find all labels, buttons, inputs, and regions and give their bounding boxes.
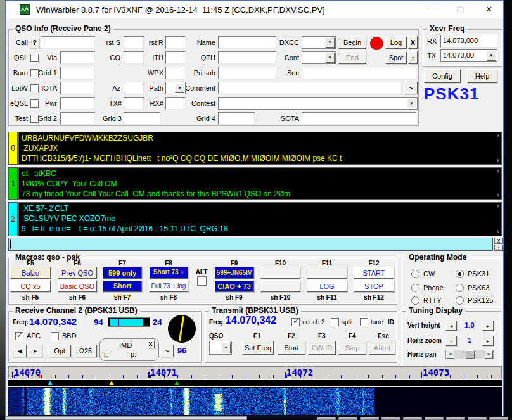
scroll-down-icon[interactable]: ∨ [496, 193, 500, 198]
alt-checkbox[interactable] [197, 276, 207, 286]
macro-button-shift-f11[interactable]: LOG [307, 280, 347, 292]
itu-input[interactable] [165, 51, 186, 64]
transmit-entry-input[interactable] [8, 238, 493, 251]
macro-button-shift-f6[interactable]: Basic QSO [58, 280, 97, 292]
horiz-pan-scrollbar[interactable]: ◄ ► [445, 350, 494, 359]
iota-input[interactable] [60, 82, 95, 94]
horiz-zoom-decrease-button[interactable]: ◄ [445, 336, 457, 346]
horiz-zoom-increase-button[interactable]: ► [482, 336, 494, 346]
macro-button-shift-f7[interactable]: Short shack [103, 280, 142, 292]
macro-button-f9[interactable]: 599+JN65IV [214, 267, 254, 279]
radio-rtty[interactable] [411, 296, 419, 305]
cw-id-button[interactable]: CW ID [308, 341, 336, 355]
rx-tilde-button[interactable]: ~ [161, 345, 174, 357]
qth-input[interactable] [218, 51, 276, 64]
channel-right-button[interactable]: ► [29, 345, 42, 357]
radio-phone[interactable] [411, 284, 419, 292]
maximize-button[interactable]: ▢ [446, 1, 475, 18]
txnum-input[interactable] [124, 97, 144, 110]
help-button[interactable]: Help [467, 69, 497, 83]
rst-s-input[interactable] [124, 36, 144, 49]
pan-left-icon[interactable]: ◄ [446, 350, 454, 359]
via-input[interactable] [60, 51, 95, 64]
contest-dropdown[interactable]: ▼ [218, 97, 418, 110]
comment-macro-button[interactable]: ~ [404, 82, 418, 94]
vert-height-increase-button[interactable]: ► [482, 321, 494, 331]
afc-checkbox[interactable] [15, 332, 23, 340]
sota-input[interactable] [302, 112, 416, 125]
vert-height-decrease-button[interactable]: ◄ [445, 321, 457, 331]
channel-2-strip[interactable]: 2 [8, 202, 18, 236]
radio-psk125[interactable] [456, 296, 464, 305]
tx-entry-resize-button[interactable]: ↕ [494, 245, 503, 251]
grid2-input[interactable] [60, 112, 95, 125]
log-button[interactable]: Log [385, 36, 407, 49]
minimize-button[interactable]: — [418, 1, 446, 18]
tx-freq-dropdown[interactable]: 14.070,00▼ [440, 49, 497, 62]
macro-button-shift-f10[interactable] [260, 280, 300, 292]
name-input[interactable] [218, 36, 276, 49]
start-button[interactable]: Start [278, 341, 305, 355]
qso-close-button[interactable]: X [408, 36, 418, 49]
tx-entry-close-button[interactable]: X [494, 238, 503, 244]
call-help-button[interactable]: ? [30, 37, 39, 48]
comment-input[interactable] [218, 82, 402, 94]
opt-button[interactable]: Opt [48, 345, 71, 357]
rxnum-input[interactable] [165, 97, 186, 110]
cont-dropdown-arrow-icon[interactable]: ▼ [325, 53, 335, 63]
config-button[interactable]: Config [424, 69, 461, 83]
macro-button-shift-f5[interactable]: CQ x5 [10, 280, 51, 292]
spot-button[interactable]: Spot [385, 51, 407, 64]
macro-button-f8[interactable]: Short 73 + log [149, 267, 188, 279]
waterfall-display[interactable] [8, 388, 502, 415]
prisub-input[interactable] [218, 67, 276, 79]
scroll-up-icon[interactable]: ∧ [496, 169, 500, 174]
contest-dropdown-arrow-icon[interactable]: ▼ [407, 98, 416, 108]
channel-1-strip[interactable]: 1 [8, 167, 18, 200]
dxcc-dropdown[interactable]: ▼ [302, 36, 336, 49]
wpx-input[interactable] [165, 67, 186, 79]
frequency-scale[interactable]: 14070 14071 14072 14073 [8, 366, 502, 379]
radio-cw[interactable] [411, 270, 419, 278]
scroll-up-icon[interactable]: ∧ [496, 204, 500, 209]
dxcc-dropdown-arrow-icon[interactable]: ▼ [325, 37, 335, 48]
cq-input[interactable] [124, 51, 144, 64]
rst-r-input[interactable] [165, 36, 186, 49]
ohm25-button[interactable]: Ω25 [74, 345, 97, 357]
macro-button-f6[interactable]: Prev QSO [58, 267, 97, 279]
qsl-checkbox[interactable] [30, 54, 39, 62]
scroll-down-icon[interactable]: ∨ [496, 229, 500, 234]
pwr-input[interactable] [60, 97, 95, 110]
tx-freq-arrow-icon[interactable]: ▼ [487, 51, 496, 61]
net-checkbox[interactable] [291, 318, 300, 326]
scroll-up-icon[interactable]: ∧ [496, 134, 500, 139]
record-indicator[interactable] [370, 37, 383, 50]
rx-freq-input[interactable]: 14.070,000 [440, 35, 497, 48]
close-button[interactable]: ✕ [475, 1, 503, 18]
grid1-input[interactable] [60, 67, 95, 79]
macro-button-f7[interactable]: 599 only [103, 267, 142, 279]
channel-0-strip[interactable]: 0 [8, 132, 18, 165]
pan-right-icon[interactable]: ► [485, 350, 493, 359]
radio-psk31[interactable] [456, 270, 464, 278]
cont-dropdown[interactable]: ▼ [302, 51, 336, 64]
begin-button[interactable]: Begin [338, 36, 366, 49]
sec-input[interactable] [302, 67, 416, 79]
radio-psk63[interactable] [456, 284, 464, 292]
macro-button-f11[interactable] [307, 267, 347, 279]
stop-button[interactable]: Stop [338, 341, 366, 355]
tune-checkbox[interactable] [360, 318, 368, 326]
macro-button-f12[interactable]: START [354, 267, 394, 279]
imd-close-button[interactable]: X [146, 340, 155, 348]
macro-button-shift-f12[interactable]: STOP [354, 280, 394, 292]
bbd-checkbox[interactable] [51, 332, 59, 340]
macro-button-shift-f8[interactable]: Full 73 + log [149, 280, 188, 292]
macro-button-f10[interactable] [260, 267, 300, 279]
grid4-input[interactable] [218, 112, 255, 125]
tx-qso-dropdown[interactable]: ▼ [209, 341, 232, 355]
tx-qso-arrow-icon[interactable]: ▼ [221, 342, 231, 353]
split-checkbox[interactable] [331, 318, 339, 326]
end-button[interactable]: End [338, 51, 366, 64]
channel-left-button[interactable]: ◄ [13, 345, 27, 357]
call-input[interactable] [41, 36, 95, 49]
